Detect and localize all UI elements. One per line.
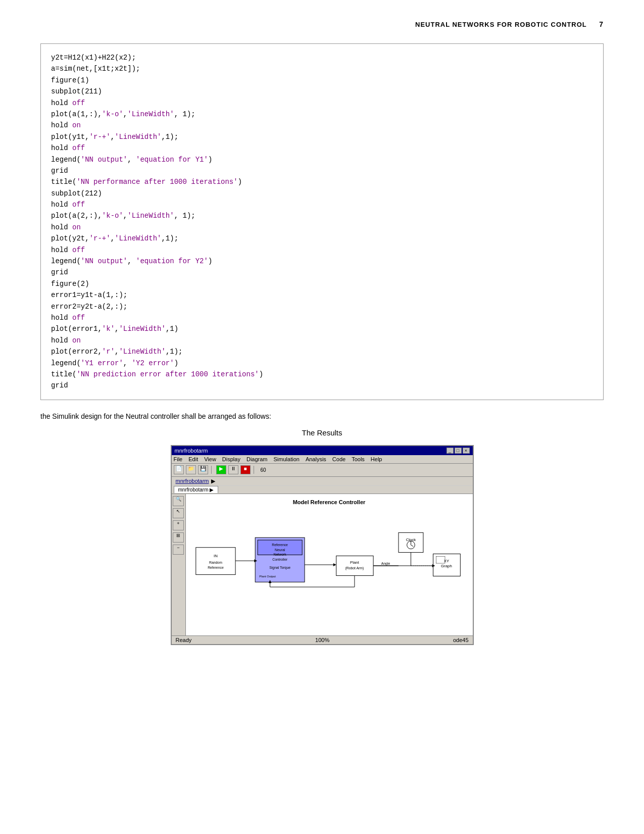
sidebar-select[interactable]: ↖ xyxy=(173,508,184,518)
code-line: legend('NN output', 'equation for Y1') xyxy=(51,154,593,165)
code-line: subplot(212) xyxy=(51,188,593,199)
menu-analysis[interactable]: Analysis xyxy=(306,456,326,462)
simulink-body: 🔍 ↖ + ⊞ − Model Reference Controller IN … xyxy=(172,494,473,635)
svg-text:Network: Network xyxy=(273,553,286,556)
code-line: hold off xyxy=(51,142,593,154)
toolbar-run[interactable]: ▶ xyxy=(216,465,226,474)
svg-text:Graph: Graph xyxy=(441,564,452,568)
titlebar-buttons: _ □ × xyxy=(447,448,470,454)
code-line: plot(a(2,:),'k-o','LineWidth', 1); xyxy=(51,210,593,221)
svg-text:Reference: Reference xyxy=(208,566,224,569)
menu-diagram[interactable]: Diagram xyxy=(246,456,268,462)
code-line: error2=y2t-a(2,:); xyxy=(51,301,593,312)
code-line: plot(y2t,'r-+','LineWidth',1); xyxy=(51,233,593,244)
svg-text:Random: Random xyxy=(209,561,222,564)
code-line: hold on xyxy=(51,335,593,346)
page-number: 7 xyxy=(599,20,604,28)
simulink-diagram: IN Random Reference Reference Neural Net… xyxy=(191,509,468,620)
code-line: plot(error1,'k','LineWidth',1) xyxy=(51,323,593,334)
simulink-sidebar: 🔍 ↖ + ⊞ − xyxy=(172,494,186,635)
simulink-statusbar: Ready 100% ode45 xyxy=(172,635,473,644)
simulink-canvas: Model Reference Controller IN Random Ref… xyxy=(186,494,473,635)
code-line: hold on xyxy=(51,120,593,131)
tab-mnrfrobotarm[interactable]: mnrfrobotarm ▶ xyxy=(174,486,219,493)
svg-text:Reference: Reference xyxy=(272,543,288,547)
header-title: NEUTRAL NETWORKS FOR ROBOTIC CONTROL xyxy=(415,21,587,28)
results-title: The Results xyxy=(40,428,604,437)
toolbar-open[interactable]: 📁 xyxy=(186,465,196,474)
simulink-window: mnrfrobotarm _ □ × File Edit View Displa… xyxy=(171,445,474,645)
menu-simulation[interactable]: Simulation xyxy=(274,456,300,462)
code-line: hold off xyxy=(51,97,593,109)
code-line: grid xyxy=(51,267,593,278)
code-block: y2t=H12(x1)+H22(x2);a=sim(net,[x1t;x2t])… xyxy=(40,43,604,400)
code-line: plot(error2,'r','LineWidth',1); xyxy=(51,346,593,357)
svg-marker-15 xyxy=(333,563,336,566)
code-line: title('NN performance after 1000 iterati… xyxy=(51,176,593,187)
sidebar-search[interactable]: 🔍 xyxy=(173,496,184,506)
svg-text:Signal  Torque: Signal Torque xyxy=(269,566,290,570)
simulink-title: mnrfrobotarm xyxy=(175,448,208,454)
simulink-titlebar: mnrfrobotarm _ □ × xyxy=(172,446,473,455)
sidebar-fit[interactable]: ⊞ xyxy=(173,532,184,543)
breadcrumb-separator: ▶ xyxy=(211,478,215,484)
svg-text:(Robot Arm): (Robot Arm) xyxy=(345,566,364,570)
code-line: a=sim(net,[x1t;x2t]); xyxy=(51,63,593,74)
status-ready: Ready xyxy=(176,637,192,643)
toolbar-save[interactable]: 💾 xyxy=(198,465,208,474)
simulink-tab-bar: mnrfrobotarm ▶ xyxy=(172,486,473,494)
sidebar-zoom-out[interactable]: − xyxy=(173,545,184,555)
svg-text:Plant Output: Plant Output xyxy=(259,575,276,578)
svg-text:Plant: Plant xyxy=(350,560,360,565)
simulink-menubar: File Edit View Display Diagram Simulatio… xyxy=(172,455,473,464)
svg-text:XY: XY xyxy=(443,559,449,563)
minimize-button[interactable]: _ xyxy=(447,448,454,454)
svg-text:IN: IN xyxy=(214,554,218,558)
code-line: legend('Y1 error', 'Y2 error') xyxy=(51,358,593,369)
code-line: error1=y1t-a(1,:); xyxy=(51,289,593,301)
code-line: hold off xyxy=(51,312,593,323)
menu-file[interactable]: File xyxy=(174,456,183,462)
toolbar-new[interactable]: 📄 xyxy=(174,465,184,474)
code-line: figure(2) xyxy=(51,278,593,289)
sidebar-zoom-in[interactable]: + xyxy=(173,520,184,530)
status-ode: ode45 xyxy=(453,637,469,643)
code-line: plot(y1t,'r-+','LineWidth',1); xyxy=(51,131,593,142)
code-line: y2t=H12(x1)+H22(x2); xyxy=(51,52,593,63)
code-line: hold off xyxy=(51,244,593,256)
code-line: grid xyxy=(51,380,593,391)
svg-text:Angle: Angle xyxy=(381,562,390,566)
code-line: grid xyxy=(51,165,593,176)
code-line: hold on xyxy=(51,222,593,233)
close-button[interactable]: × xyxy=(463,448,470,454)
menu-tools[interactable]: Tools xyxy=(352,456,365,462)
code-line: legend('NN output', 'equation for Y2') xyxy=(51,256,593,267)
code-line: subplot(211) xyxy=(51,86,593,97)
canvas-title: Model Reference Controller xyxy=(191,499,468,505)
menu-display[interactable]: Display xyxy=(222,456,240,462)
code-line: figure(1) xyxy=(51,75,593,86)
description-text: the Simulink design for the Neutral cont… xyxy=(40,412,604,420)
page-header: NEUTRAL NETWORKS FOR ROBOTIC CONTROL 7 xyxy=(40,20,604,28)
menu-help[interactable]: Help xyxy=(371,456,382,462)
simulink-breadcrumb: mnrfrobotarm ▶ xyxy=(172,477,473,486)
breadcrumb-link[interactable]: mnrfrobotarm xyxy=(176,478,209,484)
svg-text:Controller: Controller xyxy=(272,558,287,561)
code-line: plot(a(1,:),'k-o','LineWidth', 1); xyxy=(51,109,593,120)
status-zoom: 100% xyxy=(315,637,329,643)
menu-code[interactable]: Code xyxy=(332,456,345,462)
menu-view[interactable]: View xyxy=(204,456,216,462)
toolbar-stop[interactable]: ■ xyxy=(240,465,251,474)
toolbar-pause[interactable]: ⏸ xyxy=(228,465,238,474)
code-line: hold off xyxy=(51,199,593,210)
svg-text:Neural: Neural xyxy=(275,548,285,551)
menu-edit[interactable]: Edit xyxy=(188,456,198,462)
maximize-button[interactable]: □ xyxy=(455,448,462,454)
code-line: title('NN prediction error after 1000 it… xyxy=(51,369,593,380)
simulink-toolbar: 📄 📁 💾 ▶ ⏸ ■ 60 xyxy=(172,464,473,477)
sim-time-label: 60 xyxy=(259,467,268,473)
